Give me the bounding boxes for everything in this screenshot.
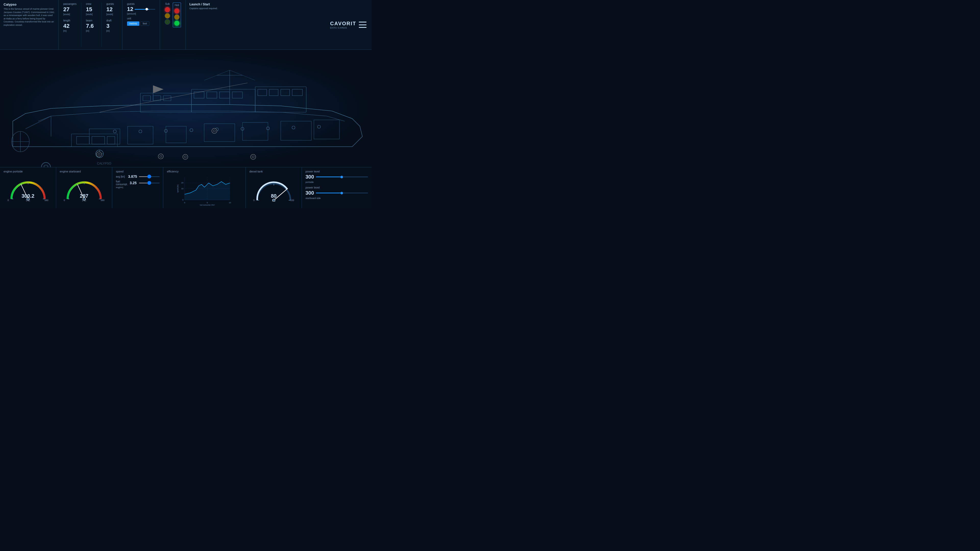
fuel-consumpt-label: fuel consumpt. (116, 180, 127, 186)
power-starboard-value: 300 (305, 190, 314, 196)
launch-panel: Launch / Start Captains approval require… (186, 0, 221, 49)
engine-starboard-gauge: 297 [hp] 0 580 (60, 175, 108, 206)
unit-feet-button[interactable]: feet (140, 21, 149, 26)
heli-light-red (174, 8, 180, 14)
menu-icon[interactable] (359, 22, 366, 28)
vessel-description: This is the famous vessel of marine pion… (3, 7, 55, 27)
sub-lights-group: Sub (165, 3, 170, 25)
draft-unit: [m] (107, 30, 118, 32)
power-portside-slider-thumb[interactable] (340, 176, 343, 178)
power-portside-row: power level 300 portside (305, 170, 368, 183)
sub-label: Sub (165, 3, 170, 5)
unit-metres-button[interactable]: metres (127, 21, 140, 26)
svg-point-50 (158, 154, 163, 159)
top-header: Calypso This is the famous vessel of mar… (0, 0, 372, 50)
engine-starboard-value: 297 (80, 193, 88, 199)
svg-text:0: 0 (184, 202, 185, 204)
guests-control-panel: guests 12 [amount] unit metres feet (123, 0, 160, 49)
heli-light-green (174, 21, 180, 26)
guests-control-value: 12 (127, 6, 133, 13)
power-starboard-slider-thumb[interactable] (340, 192, 343, 194)
svg-text:10: 10 (181, 187, 183, 190)
bottom-panels: engine portside (0, 167, 372, 208)
diesel-tank-gauge: 80 [%] 0 100 (249, 175, 298, 206)
engine-starboard-title: engine starboard (60, 170, 108, 173)
logo-area: CAVORIT DATA CARDS (325, 0, 372, 49)
speed-avg-label: avg [kn] (116, 175, 126, 178)
logo-text: CAVORIT (330, 21, 356, 27)
speed-title: speed (116, 170, 159, 173)
menu-line-3 (359, 27, 366, 28)
power-level-panel: power level 300 portside power level 300 (302, 167, 372, 208)
beam-unit: [m] (86, 30, 97, 32)
power-portside-label: portside (305, 181, 368, 183)
diesel-tank-min: 0 (253, 199, 255, 202)
draft-value: 3 (107, 23, 118, 29)
svg-text:5: 5 (207, 202, 208, 204)
svg-text:0: 0 (183, 199, 183, 201)
engine-portside-title: engine portside (3, 170, 52, 173)
stat-crew: crew 15 [souls] beam 7.6 [m] (81, 3, 102, 47)
power-starboard-row: power level 300 startboard side (305, 186, 368, 200)
logo-sub: DATA CARDS (330, 27, 356, 29)
passangers-value: 27 (63, 6, 76, 13)
efficiency-panel: efficiency 20 10 0 0 5 (163, 167, 246, 208)
svg-text:CALYPSO: CALYPSO (97, 162, 111, 165)
guests-slider[interactable] (135, 9, 155, 10)
diesel-tank-max: 100 (290, 199, 294, 202)
power-starboard-title: power level (305, 186, 368, 189)
draft-label: draft (107, 19, 118, 22)
efficiency-chart-svg: 20 10 0 0 5 10 fuel consumpt. [l/hr] spe… (167, 175, 242, 206)
stat-passangers: passangers 27 [souls] length 42 [m] (59, 3, 81, 47)
engine-portside-unit: [hp] (21, 199, 34, 202)
vessel-name: Calypso (3, 3, 55, 6)
sub-light-green (165, 19, 170, 25)
engine-starboard-min: 0 (64, 199, 65, 202)
engine-starboard-unit: [hp] (80, 199, 88, 202)
efficiency-title: efficiency (167, 170, 242, 173)
sub-light-red (165, 7, 170, 13)
ship-diagram-area: CALYPSO (0, 50, 372, 167)
heli-lights-group: Heli (173, 3, 181, 27)
menu-line-2 (359, 24, 366, 25)
sub-light-yellow (165, 13, 170, 19)
ship-svg: CALYPSO (0, 50, 372, 167)
diesel-tank-value: 80 (271, 193, 277, 199)
crew-value: 15 (86, 6, 97, 13)
unit-control-label: unit (127, 17, 155, 20)
power-starboard-label: startboard side (305, 197, 368, 200)
engine-portside-value: 300.2 (21, 193, 34, 199)
beam-value: 7.6 (86, 23, 97, 29)
guests-amount-unit: [amount] (127, 13, 155, 15)
engine-starboard-max: 580 (100, 199, 104, 202)
diesel-tank-title: diesel tank (249, 170, 298, 173)
speed-avg-value: 3.875 (128, 175, 137, 179)
length-unit: [m] (63, 30, 76, 32)
stat-guests: guests 12 [souls] draft 3 [m] (102, 3, 122, 47)
svg-point-56 (251, 154, 256, 159)
svg-point-54 (212, 128, 217, 133)
svg-text:speed [kn]: speed [kn] (177, 185, 179, 192)
passangers-label: passangers (63, 3, 76, 5)
engine-portside-gauge: 300.2 [hp] 0 580 (3, 175, 52, 206)
fuel-avg-unit: avg[l/hr] (116, 186, 159, 189)
traffic-lights-section: Sub Heli (160, 0, 186, 49)
diesel-tank-unit: [%] (271, 199, 277, 202)
stats-grid: passangers 27 [souls] length 42 [m] crew… (59, 0, 123, 49)
guests-unit: [souls] (107, 13, 118, 16)
speed-avg-slider[interactable] (139, 176, 159, 177)
fuel-slider[interactable] (139, 183, 159, 183)
svg-rect-0 (0, 50, 372, 167)
fuel-consumpt-value: 3.25 (130, 181, 137, 185)
svg-text:10: 10 (229, 202, 231, 204)
svg-point-52 (183, 154, 188, 159)
guests-label: guests (107, 3, 118, 5)
crew-label: crew (86, 3, 97, 5)
engine-portside-panel: engine portside (0, 167, 56, 208)
diesel-tank-panel: diesel tank 80 [%] (246, 167, 302, 208)
svg-point-58 (97, 152, 102, 157)
power-portside-title: power level (305, 170, 368, 173)
guests-control-label: guests (127, 3, 155, 5)
svg-text:fuel consumpt. [l/hr]: fuel consumpt. [l/hr] (200, 204, 215, 206)
heli-label: Heli (175, 4, 179, 6)
